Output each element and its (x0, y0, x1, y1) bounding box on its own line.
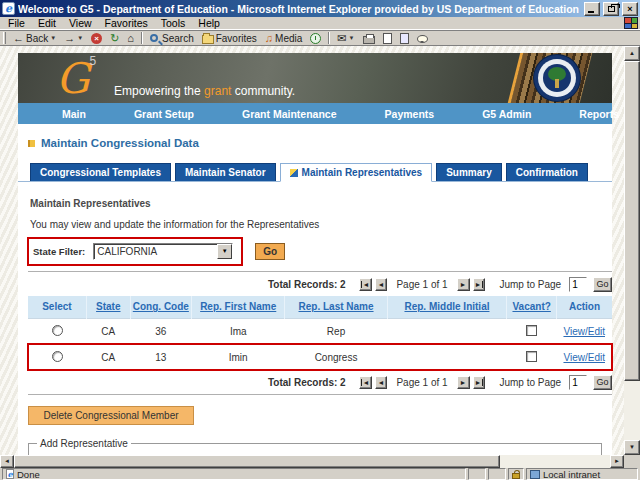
header-vacant[interactable]: Vacant? (507, 296, 557, 318)
row1-vacant-checkbox[interactable] (526, 325, 537, 336)
last-page-button[interactable]: ► (473, 278, 486, 291)
header-first-name[interactable]: Rep. First Name (192, 296, 285, 318)
row2-select-radio[interactable] (52, 351, 63, 362)
menu-edit[interactable]: Edit (32, 17, 62, 29)
tab-maintain-senator[interactable]: Maintain Senator (175, 163, 276, 181)
tab-strip: Congressional Templates Maintain Senator… (18, 163, 612, 182)
tab-summary[interactable]: Summary (436, 163, 502, 181)
stop-icon: × (91, 33, 102, 44)
minimize-button[interactable] (584, 2, 600, 16)
state-filter-go-button[interactable]: Go (255, 243, 285, 260)
nav-main[interactable]: Main (62, 108, 86, 120)
tab-congressional-templates[interactable]: Congressional Templates (30, 163, 171, 181)
document-icon: e (6, 469, 14, 479)
state-filter-row: State Filter: CALIFORNIA ▼ Go (27, 237, 612, 266)
row2-first-name: Imin (192, 344, 285, 370)
refresh-button[interactable]: ↻ (107, 31, 122, 45)
scroll-right-button[interactable]: ► (610, 455, 624, 468)
media-label: Media (275, 33, 302, 44)
nav-reports[interactable]: Reports (579, 108, 619, 120)
mail-dropdown-icon[interactable]: ▼ (349, 35, 355, 41)
title-bar: e Welcome to G5 - Department of Educatio… (0, 0, 640, 17)
state-filter-select[interactable]: CALIFORNIA ▼ (93, 243, 233, 260)
row1-view-edit-link[interactable]: View/Edit (563, 326, 605, 337)
back-dropdown-icon[interactable]: ▼ (50, 35, 56, 41)
nav-grant-setup[interactable]: Grant Setup (134, 108, 194, 120)
nav-grant-maintenance[interactable]: Grant Maintenance (242, 108, 337, 120)
browser-window: e Welcome to G5 - Department of Educatio… (0, 0, 640, 480)
next-page-button[interactable]: ► (457, 376, 470, 389)
restore-icon (608, 6, 615, 12)
prev-page-button[interactable]: ◄ (375, 376, 388, 389)
nav-payments[interactable]: Payments (385, 108, 435, 120)
tab-maintain-representatives[interactable]: Maintain Representatives (280, 163, 433, 182)
lock-icon (512, 473, 520, 479)
row1-select-radio[interactable] (52, 325, 63, 336)
menu-favorites[interactable]: Favorites (99, 17, 154, 29)
state-filter-dropdown-icon[interactable]: ▼ (217, 244, 232, 259)
row1-cong-code: 36 (130, 318, 191, 344)
vertical-scrollbar[interactable]: ▲ ▼ (624, 46, 640, 455)
header-cong-code[interactable]: Cong. Code (130, 296, 191, 318)
status-message-panel: e Done (2, 468, 466, 480)
back-button[interactable]: ← Back ▼ (10, 31, 59, 45)
restore-button[interactable] (603, 2, 619, 16)
menu-view[interactable]: View (63, 17, 98, 29)
header-middle-initial[interactable]: Rep. Middle Initial (387, 296, 507, 318)
stop-button[interactable]: × (88, 31, 105, 45)
jump-to-page-input[interactable] (569, 277, 587, 292)
history-button[interactable] (307, 31, 324, 45)
favorites-button[interactable]: Favorites (199, 31, 260, 45)
header-last-name[interactable]: Rep. Last Name (285, 296, 387, 318)
jump-go-button[interactable]: Go (593, 375, 612, 390)
edit-button[interactable] (380, 31, 395, 45)
row1-first-name: Ima (192, 318, 285, 344)
delete-congressional-member-button[interactable]: Delete Congressional Member (28, 406, 194, 425)
search-label: Search (162, 33, 194, 44)
toolbar-grip[interactable] (3, 32, 6, 44)
print-button[interactable] (360, 31, 378, 45)
tab-confirmation[interactable]: Confirmation (506, 163, 588, 181)
first-page-button[interactable]: ◄ (359, 376, 372, 389)
horizontal-scrollbar[interactable]: ◄ ► (0, 455, 640, 468)
last-page-button[interactable]: ► (473, 376, 486, 389)
title-bullet-icon (28, 140, 35, 147)
first-page-button[interactable]: ◄ (359, 278, 372, 291)
mail-button[interactable]: ✉ ▼ (334, 31, 357, 45)
forward-dropdown-icon[interactable]: ▼ (77, 35, 83, 41)
row2-vacant-checkbox[interactable] (526, 351, 537, 362)
horizontal-scroll-thumb[interactable] (14, 455, 500, 468)
status-panel-empty (468, 468, 486, 480)
home-button[interactable]: ⌂ (124, 31, 137, 45)
jump-go-button[interactable]: Go (593, 277, 612, 292)
header-state[interactable]: State (86, 296, 130, 318)
scroll-up-button[interactable]: ▲ (624, 46, 640, 61)
next-page-button[interactable]: ► (457, 278, 470, 291)
favorites-label: Favorites (216, 33, 257, 44)
menu-file[interactable]: File (2, 17, 31, 29)
horizontal-scroll-track[interactable] (500, 455, 610, 468)
messenger-button[interactable] (414, 31, 431, 45)
prev-page-button[interactable]: ◄ (375, 278, 388, 291)
close-button[interactable]: × (622, 2, 638, 16)
forward-button[interactable]: → ▼ (61, 31, 86, 45)
search-button[interactable]: Search (147, 31, 197, 45)
vertical-scroll-thumb[interactable] (624, 61, 640, 381)
pagination-bottom: Total Records: 2 ◄ ◄ Page 1 of 1 ► ► Jum… (28, 370, 612, 394)
scroll-left-button[interactable]: ◄ (0, 455, 14, 468)
state-filter-annotation-box: State Filter: CALIFORNIA ▼ (27, 237, 243, 266)
toolbar-separator (141, 32, 143, 44)
nav-g5-admin[interactable]: G5 Admin (482, 108, 531, 120)
scroll-down-button[interactable]: ▼ (624, 440, 640, 455)
row1-last-name: Rep (285, 318, 387, 344)
menu-help[interactable]: Help (192, 17, 226, 29)
menu-tools[interactable]: Tools (155, 17, 192, 29)
history-icon (310, 33, 321, 44)
media-button[interactable]: ♫ Media (262, 31, 306, 45)
jump-to-page-input[interactable] (569, 375, 587, 390)
jump-to-page-label: Jump to Page (499, 377, 561, 388)
discuss-button[interactable] (397, 31, 412, 45)
add-representative-legend: Add Representative (37, 438, 131, 449)
row2-view-edit-link[interactable]: View/Edit (563, 352, 605, 363)
table-row: CA 13 Imin Congress View/Edit (28, 344, 612, 370)
